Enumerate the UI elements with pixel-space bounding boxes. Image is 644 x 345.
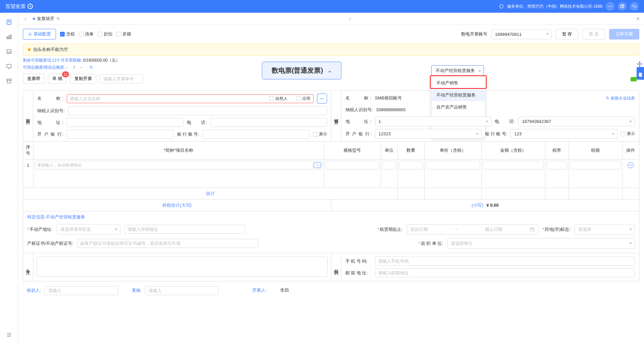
service-unit-label: 服务单位: <box>507 4 524 9</box>
window-icon <box>620 4 624 8</box>
service-unit-value: 阿里巴巴（中国）网络技术有限公司-1688 <box>528 4 602 9</box>
svg-rect-0 <box>621 5 623 8</box>
play-icon <box>28 4 33 9</box>
app-logo: 百望发票 <box>5 3 33 10</box>
window-button[interactable] <box>618 2 627 11</box>
undo-icon <box>632 4 637 9</box>
app-name: 百望发票 <box>5 3 25 10</box>
shield-icon <box>499 4 504 9</box>
app-header: 百望发票 服务单位: 阿里巴巴（中国）网络技术有限公司-1688 — <box>0 0 644 13</box>
back-button[interactable] <box>630 2 639 11</box>
minimize-button[interactable]: — <box>606 2 614 11</box>
